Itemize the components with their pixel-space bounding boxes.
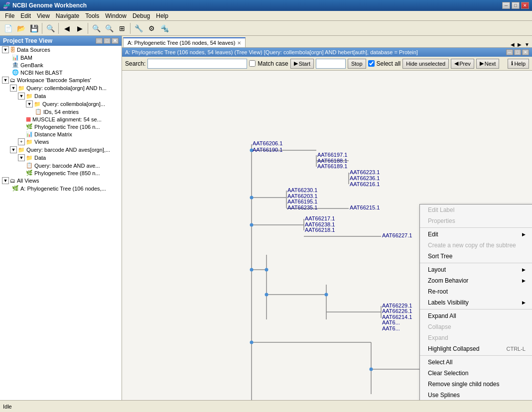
search-button[interactable]: 🔍 — [44, 22, 56, 34]
ctx-layout[interactable]: Layout ▶ — [420, 264, 532, 275]
ctx-separator — [420, 355, 532, 356]
expand-icon[interactable]: + — [18, 138, 25, 145]
ctx-collapse[interactable]: Collapse — [420, 321, 532, 332]
sidebar-label: Query: collembola[orgn] AND h... — [26, 85, 107, 91]
ctx-clear-selection[interactable]: Clear Selection — [420, 368, 532, 379]
minimize-button[interactable]: ─ — [502, 2, 510, 9]
sidebar-item-all-views[interactable]: ▼ 🗂 All Views — [0, 177, 122, 185]
tool3-button[interactable]: 🔩 — [158, 22, 170, 34]
save-button[interactable]: 💾 — [28, 22, 40, 34]
new-button[interactable]: 📄 — [2, 22, 14, 34]
sidebar-item-query1[interactable]: ▼ 📁 Query: collembola[orgn] AND h... — [0, 84, 122, 92]
sidebar-item-workspace[interactable]: ▼ 🗂 Workspace 'Barcode Samples' — [0, 76, 122, 84]
window-minimize[interactable]: ─ — [506, 49, 513, 55]
sidebar-item-muscle[interactable]: ▦ MUSCLE alignment: 54 se... — [0, 115, 122, 123]
sidebar-item-bam[interactable]: 📊 BAM — [0, 54, 122, 61]
back-button[interactable]: ◀ — [61, 22, 73, 34]
menu-tools[interactable]: Tools — [82, 11, 102, 20]
start-icon: ▶ — [294, 60, 298, 67]
tab-close-button[interactable]: ✕ — [237, 40, 241, 46]
sidebar-item-query2[interactable]: ▼ 📁 Query: barcode AND aves[orgn],... — [0, 146, 122, 154]
ctx-edit[interactable]: Edit ▶ — [420, 229, 532, 240]
sidebar-item-query2a[interactable]: 📋 Query: barcode AND ave... — [0, 162, 122, 169]
ctx-zoom-behavior[interactable]: Zoom Behavior ▶ — [420, 275, 532, 286]
match-case-checkbox[interactable] — [249, 60, 256, 67]
window-maximize[interactable]: □ — [514, 49, 521, 55]
tab-scroll-down[interactable]: ▼ — [523, 42, 531, 47]
maximize-button[interactable]: □ — [512, 2, 520, 9]
next-button[interactable]: ▶ Next — [476, 59, 500, 69]
tab-scroll-left[interactable]: ◀ — [509, 42, 516, 47]
sidebar-item-views1[interactable]: + 📁 Views — [0, 138, 122, 146]
sidebar-item-data2[interactable]: ▼ 📁 Data — [0, 154, 122, 162]
sidebar-close[interactable]: ✕ — [112, 38, 119, 44]
ctx-expand-all[interactable]: Expand All — [420, 310, 532, 321]
menu-debug[interactable]: Debug — [130, 11, 153, 20]
menu-file[interactable]: File — [2, 11, 17, 20]
menu-window[interactable]: Window — [102, 11, 130, 20]
search-input[interactable] — [147, 59, 247, 69]
menu-navigate[interactable]: Navigate — [53, 11, 82, 20]
zoom-out-button[interactable]: 🔍 — [103, 22, 115, 34]
expand-icon[interactable]: ▼ — [2, 46, 9, 53]
ctx-select-all[interactable]: Select All — [420, 357, 532, 368]
ctx-labels-visibility[interactable]: Labels Visibility ▶ — [420, 297, 532, 308]
tool2-button[interactable]: ⚙ — [145, 22, 157, 34]
node-label: AAT66189.1 — [317, 163, 347, 169]
sidebar-item-data1[interactable]: ▼ 📁 Data — [0, 92, 122, 100]
ctx-remove-single[interactable]: Remove single child nodes — [420, 379, 532, 390]
expand-icon[interactable]: ▼ — [18, 154, 25, 161]
search-range-input[interactable] — [316, 59, 346, 69]
sidebar-item-dist-matrix[interactable]: 📊 Distance Matrix — [0, 130, 122, 138]
ctx-create-copy[interactable]: Create a new copy of the subtree — [420, 240, 532, 251]
sidebar-label: Data Sources — [17, 47, 50, 53]
ctx-sort-tree[interactable]: Sort Tree — [420, 251, 532, 262]
content-area: A: Phylogenetic Tree (106 nodes, 54 leav… — [122, 36, 532, 400]
zoom-fit-button[interactable]: ⊞ — [116, 22, 128, 34]
sidebar-item-phylo-tree2[interactable]: 🌿 Phylogenetic Tree (850 n... — [0, 169, 122, 177]
forward-button[interactable]: ▶ — [74, 22, 86, 34]
close-button[interactable]: ✕ — [521, 2, 529, 9]
tab-phylo[interactable]: A: Phylogenetic Tree (106 nodes, 54 leav… — [123, 37, 246, 47]
menu-view[interactable]: View — [34, 11, 53, 20]
sidebar-label: Workspace 'Barcode Samples' — [17, 77, 91, 83]
prev-button[interactable]: ◀ Prev — [451, 59, 474, 69]
menu-edit[interactable]: Edit — [17, 11, 34, 20]
ctx-highlight-collapsed[interactable]: Highlight Collapsed CTRL-L — [420, 343, 532, 354]
sidebar-item-genbank[interactable]: 🏦 GenBank — [0, 61, 122, 69]
start-button[interactable]: ▶ Start — [290, 59, 314, 69]
search-bar: Search: Match case ▶ Start Stop Select a… — [122, 57, 532, 71]
expand-icon[interactable]: ▼ — [2, 177, 9, 184]
tab-scroll-right[interactable]: ▶ — [516, 42, 523, 47]
sidebar-item-ids[interactable]: 📋 IDs, 54 entries — [0, 108, 122, 115]
expand-icon[interactable]: ▼ — [26, 101, 33, 107]
window-close[interactable]: ✕ — [522, 49, 529, 55]
sidebar-item-data-sources[interactable]: ▼ 🗄 Data Sources — [0, 46, 122, 54]
stop-button[interactable]: Stop — [348, 59, 366, 69]
sidebar-minimize[interactable]: ─ — [96, 38, 103, 44]
expand-icon[interactable]: ▼ — [10, 85, 17, 92]
tree-view[interactable]: AAT66206.1 AAT66190.1 AAT66197.1 AAT6618… — [122, 71, 532, 400]
expand-icon[interactable]: ▼ — [10, 146, 17, 153]
ctx-separator — [420, 227, 532, 228]
sidebar: Project Tree View ─ □ ✕ ▼ 🗄 Data Sources… — [0, 36, 122, 400]
ctx-expand[interactable]: Expand — [420, 332, 532, 343]
sidebar-item-ncbi-blast[interactable]: 🌐 NCBI Net BLAST — [0, 69, 122, 76]
menu-help[interactable]: Help — [153, 11, 171, 20]
expand-icon[interactable]: ▼ — [2, 77, 9, 84]
sidebar-item-query1a[interactable]: ▼ 📁 Query: collembola[orgn]... — [0, 100, 122, 108]
ctx-properties[interactable]: Properties — [420, 215, 532, 226]
expand-icon[interactable]: ▼ — [18, 93, 25, 100]
select-all-checkbox[interactable] — [368, 60, 375, 67]
help-button[interactable]: ℹ Help — [508, 59, 529, 69]
sidebar-item-phylo-tree[interactable]: 🌿 Phylogenetic Tree (106 n... — [0, 123, 122, 130]
sidebar-maximize[interactable]: □ — [104, 38, 111, 44]
zoom-in-button[interactable]: 🔍 — [90, 22, 102, 34]
ctx-use-splines[interactable]: Use Splines — [420, 390, 532, 400]
sidebar-item-all-views-item[interactable]: 🌿 A: Phylogenetic Tree (106 nodes,... — [0, 185, 122, 192]
ctx-edit-label[interactable]: Edit Label — [420, 205, 532, 215]
tool1-button[interactable]: 🔧 — [133, 22, 144, 34]
ctx-re-root[interactable]: Re-root — [420, 286, 532, 297]
hide-unselected-button[interactable]: Hide unselected — [402, 59, 449, 69]
open-button[interactable]: 📂 — [15, 22, 27, 34]
